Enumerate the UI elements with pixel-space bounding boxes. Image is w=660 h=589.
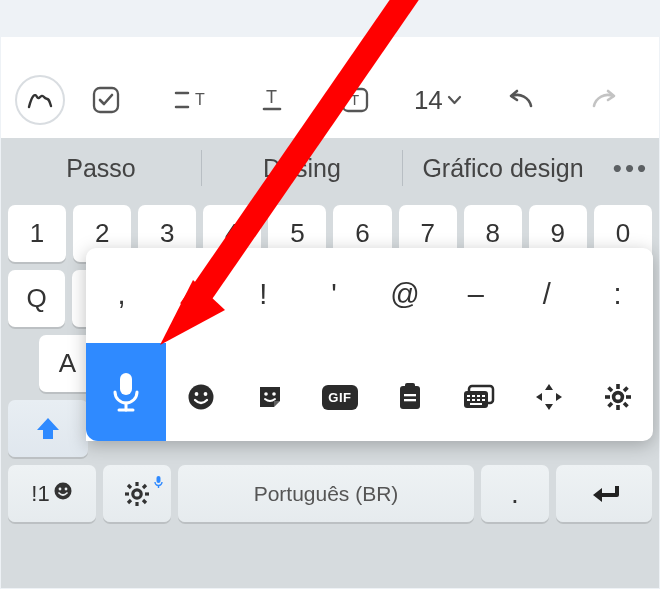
enter-key[interactable] <box>556 465 652 522</box>
popup-symbol-key[interactable]: ' <box>299 278 370 311</box>
svg-rect-33 <box>467 395 470 397</box>
period-key[interactable]: . <box>481 465 549 522</box>
symbols-key[interactable]: !1 <box>8 465 96 522</box>
svg-text:T: T <box>350 91 359 108</box>
popup-symbol-key[interactable]: – <box>440 278 511 311</box>
svg-point-23 <box>194 392 198 396</box>
gif-button[interactable]: GIF <box>305 385 375 410</box>
sticker-button[interactable] <box>236 382 306 412</box>
more-suggestions-button[interactable]: ••• <box>603 153 659 184</box>
svg-rect-38 <box>472 399 475 401</box>
svg-rect-36 <box>482 395 485 397</box>
popup-symbol-row: , . ! ' @ – / : <box>86 264 653 324</box>
smiley-icon <box>53 481 73 507</box>
gear-icon <box>603 382 633 412</box>
suggestion-item[interactable]: Desing <box>202 150 403 186</box>
keyboard-settings-key[interactable] <box>103 465 171 522</box>
key-1[interactable]: 1 <box>8 205 66 262</box>
svg-point-22 <box>188 385 213 410</box>
svg-line-48 <box>624 403 628 407</box>
move-cursor-button[interactable] <box>514 382 584 412</box>
mic-indicator-icon <box>153 469 164 495</box>
brush-tool-button[interactable] <box>15 75 65 125</box>
bottom-row: !1 Português (BR) . <box>8 465 652 522</box>
popup-symbol-key[interactable]: / <box>511 278 582 311</box>
font-size-value: 14 <box>414 85 443 116</box>
textbox-button[interactable]: T <box>314 76 397 124</box>
svg-text:T: T <box>195 91 205 108</box>
voice-input-button[interactable] <box>86 343 166 441</box>
svg-line-50 <box>624 388 628 392</box>
underline-button[interactable]: T <box>231 76 314 124</box>
shift-arrow-icon <box>34 415 62 443</box>
gear-icon <box>123 480 151 508</box>
clipboard-button[interactable] <box>375 382 445 412</box>
clipboard-icon <box>396 382 424 412</box>
keyboard-popup-panel: , . ! ' @ – / : GIF <box>86 248 653 441</box>
undo-button[interactable] <box>479 76 562 124</box>
svg-line-17 <box>143 500 146 503</box>
shift-key[interactable] <box>8 400 88 457</box>
symbols-key-label: !1 <box>31 481 49 507</box>
popup-symbol-key[interactable]: ! <box>228 278 299 311</box>
svg-point-8 <box>54 482 71 499</box>
popup-symbol-key[interactable]: . <box>157 278 228 311</box>
svg-text:T: T <box>266 87 277 107</box>
svg-rect-34 <box>472 395 475 397</box>
svg-point-26 <box>273 392 277 396</box>
svg-line-18 <box>128 500 131 503</box>
microphone-icon <box>109 370 143 414</box>
keyboard-modes-button[interactable] <box>444 383 514 411</box>
svg-rect-20 <box>157 476 161 483</box>
move-icon <box>534 382 564 412</box>
svg-point-11 <box>133 489 141 497</box>
text-align-button[interactable]: T <box>148 76 231 124</box>
svg-rect-39 <box>477 399 480 401</box>
smiley-icon <box>186 382 216 412</box>
popup-symbol-key[interactable]: : <box>582 278 653 311</box>
chevron-down-icon <box>447 95 462 105</box>
svg-rect-37 <box>467 399 470 401</box>
key-q[interactable]: Q <box>8 270 65 327</box>
checkbox-tool-button[interactable] <box>65 76 148 124</box>
svg-point-25 <box>265 392 269 396</box>
svg-line-16 <box>128 485 131 488</box>
svg-line-49 <box>609 403 613 407</box>
svg-point-9 <box>58 487 61 490</box>
app-toolbar-area: T T T 14 <box>1 37 659 138</box>
gif-icon: GIF <box>322 385 357 410</box>
emoji-button[interactable] <box>166 382 236 412</box>
svg-line-47 <box>609 388 613 392</box>
svg-point-10 <box>64 487 67 490</box>
suggestion-item[interactable]: Passo <box>1 150 202 186</box>
svg-rect-30 <box>404 399 416 401</box>
suggestion-item[interactable]: Gráfico design <box>403 154 603 183</box>
popup-symbol-key[interactable]: , <box>86 278 157 311</box>
svg-rect-29 <box>404 394 416 396</box>
svg-rect-40 <box>482 399 485 401</box>
popup-symbol-key[interactable]: @ <box>370 278 441 311</box>
svg-line-19 <box>143 485 146 488</box>
svg-point-24 <box>203 392 207 396</box>
svg-rect-41 <box>470 403 482 405</box>
popup-tool-row: GIF <box>86 361 653 433</box>
settings-button[interactable] <box>583 382 653 412</box>
svg-rect-51 <box>120 373 132 395</box>
redo-button[interactable] <box>562 76 645 124</box>
svg-point-42 <box>614 393 623 402</box>
app-toolbar: T T T 14 <box>1 72 659 128</box>
keyboard-stack-icon <box>462 383 496 411</box>
spacebar-key[interactable]: Português (BR) <box>178 465 474 522</box>
font-size-selector[interactable]: 14 <box>396 76 479 124</box>
svg-rect-28 <box>405 383 415 389</box>
svg-rect-27 <box>400 386 420 409</box>
svg-rect-35 <box>477 395 480 397</box>
sticker-icon <box>255 382 285 412</box>
suggestion-bar: Passo Desing Gráfico design ••• <box>1 138 659 198</box>
enter-icon <box>587 482 621 506</box>
